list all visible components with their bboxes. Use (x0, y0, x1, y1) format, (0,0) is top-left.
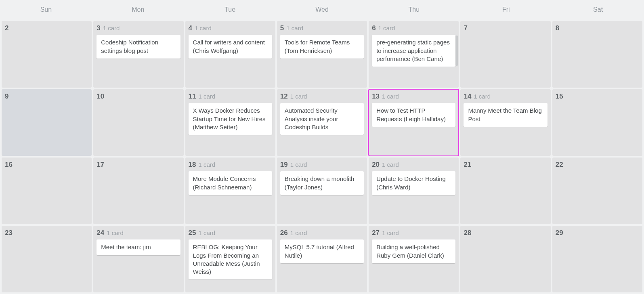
calendar-card[interactable]: pre-generating static pages to increase … (372, 35, 455, 67)
card-wrap: pre-generating static pages to increase … (372, 35, 455, 67)
card-list: Automated Security Analysis inside your … (280, 103, 364, 135)
weekday-header-row: Sun Mon Tue Wed Thu Fri Sat (0, 0, 644, 19)
day-number: 3 (96, 24, 100, 32)
card-list: Manny Meet the Team Blog Post (464, 103, 547, 127)
day-header: 29 (556, 229, 639, 237)
weekday-fri: Fri (460, 6, 552, 13)
day-number: 2 (5, 24, 8, 32)
day-cell[interactable]: 22 (552, 158, 642, 224)
day-cell[interactable]: 121 cardAutomated Security Analysis insi… (277, 89, 367, 156)
card-count: 1 card (378, 25, 395, 32)
day-cell[interactable]: 21 (460, 158, 550, 224)
day-cell[interactable]: 61 cardpre-generating static pages to in… (369, 21, 459, 88)
card-count: 1 card (198, 229, 215, 237)
day-number: 26 (280, 229, 288, 237)
card-list: pre-generating static pages to increase … (372, 35, 455, 67)
day-cell[interactable]: 2 (2, 21, 92, 88)
day-header: 111 card (189, 92, 272, 101)
card-list: Building a well-polished Ruby Gem (Danie… (372, 239, 455, 263)
day-header: 15 (556, 92, 639, 101)
day-cell[interactable]: 181 cardMore Module Concerns (Richard Sc… (185, 158, 275, 224)
calendar-card[interactable]: Meet the team: jim (96, 239, 180, 255)
day-cell[interactable]: 9 (2, 89, 92, 156)
weekday-sun: Sun (0, 6, 92, 13)
card-wrap: More Module Concerns (Richard Schneeman) (189, 171, 272, 195)
day-cell[interactable]: 241 cardMeet the team: jim (93, 226, 183, 292)
card-wrap: Codeship Notification settings blog post (96, 35, 180, 59)
day-cell[interactable]: 8 (552, 21, 642, 88)
day-cell[interactable]: 17 (93, 158, 183, 224)
day-cell[interactable]: 51 cardTools for Remote Teams (Tom Henri… (277, 21, 367, 88)
day-cell[interactable]: 141 cardManny Meet the Team Blog Post (460, 89, 550, 156)
day-number: 16 (5, 161, 13, 169)
card-wrap: Building a well-polished Ruby Gem (Danie… (372, 239, 455, 263)
day-cell[interactable]: 29 (552, 226, 642, 292)
card-wrap: Tools for Remote Teams (Tom Henricksen) (280, 35, 364, 59)
day-cell[interactable]: 261 cardMySQL 5.7 tutorial (Alfred Nutil… (277, 226, 367, 292)
day-header: 16 (5, 161, 88, 169)
day-cell[interactable]: 131 cardHow to Test HTTP Requests (Leigh… (369, 89, 459, 156)
day-header: 271 card (372, 229, 455, 237)
day-number: 15 (556, 92, 563, 101)
calendar-card[interactable]: Manny Meet the Team Blog Post (464, 103, 547, 127)
day-cell[interactable]: 41 cardCall for writers and content (Chr… (185, 21, 275, 88)
day-cell[interactable]: 7 (460, 21, 550, 88)
calendar-card[interactable]: Codeship Notification settings blog post (96, 35, 180, 59)
day-number: 5 (280, 24, 284, 32)
day-header: 22 (556, 161, 639, 169)
card-list: Tools for Remote Teams (Tom Henricksen) (280, 35, 364, 59)
day-cell[interactable]: 201 cardUpdate to Docker Hosting (Chris … (369, 158, 459, 224)
card-list: Update to Docker Hosting (Chris Ward) (372, 171, 455, 195)
card-wrap: Call for writers and content (Chris Wolf… (189, 35, 272, 59)
calendar-card[interactable]: Update to Docker Hosting (Chris Ward) (372, 171, 455, 195)
calendar-card[interactable]: Breaking down a monolith (Taylor Jones) (280, 171, 364, 195)
day-number: 27 (372, 229, 380, 237)
calendar-card[interactable]: Building a well-polished Ruby Gem (Danie… (372, 239, 455, 263)
card-count: 1 card (382, 229, 399, 237)
day-header: 201 card (372, 161, 455, 169)
day-number: 25 (189, 229, 196, 237)
day-header: 141 card (464, 92, 547, 101)
card-wrap: How to Test HTTP Requests (Leigh Hallida… (372, 103, 455, 127)
day-cell[interactable]: 191 cardBreaking down a monolith (Taylor… (277, 158, 367, 224)
weekday-wed: Wed (276, 6, 368, 13)
calendar-card[interactable]: X Ways Docker Reduces Startup Time for N… (189, 103, 272, 135)
day-header: 181 card (189, 161, 272, 169)
day-number: 12 (280, 92, 288, 101)
calendar: Sun Mon Tue Wed Thu Fri Sat 231 cardCode… (0, 0, 644, 294)
day-header: 28 (464, 229, 547, 237)
day-cell[interactable]: 28 (460, 226, 550, 292)
card-count: 1 card (107, 229, 124, 237)
day-cell[interactable]: 251 cardREBLOG: Keeping Your Logs From B… (185, 226, 275, 292)
card-list: Meet the team: jim (96, 239, 180, 255)
day-cell[interactable]: 31 cardCodeship Notification settings bl… (93, 21, 183, 88)
card-list: How to Test HTTP Requests (Leigh Hallida… (372, 103, 455, 127)
card-list: Codeship Notification settings blog post (96, 35, 180, 59)
calendar-card[interactable]: Tools for Remote Teams (Tom Henricksen) (280, 35, 364, 59)
day-number: 13 (372, 92, 380, 101)
day-header: 51 card (280, 24, 364, 32)
day-cell[interactable]: 271 cardBuilding a well-polished Ruby Ge… (369, 226, 459, 292)
day-number: 28 (464, 229, 471, 237)
day-cell[interactable]: 111 cardX Ways Docker Reduces Startup Ti… (185, 89, 275, 156)
day-cell[interactable]: 23 (2, 226, 92, 292)
day-cell[interactable]: 16 (2, 158, 92, 224)
calendar-card[interactable]: REBLOG: Keeping Your Logs From Becoming … (189, 239, 272, 279)
calendar-card[interactable]: MySQL 5.7 tutorial (Alfred Nutile) (280, 239, 364, 263)
card-count: 1 card (382, 161, 399, 168)
day-header: 8 (556, 24, 639, 32)
day-cell[interactable]: 10 (93, 89, 183, 156)
day-number: 20 (372, 161, 380, 169)
calendar-card[interactable]: Call for writers and content (Chris Wolf… (189, 35, 272, 59)
day-cell[interactable]: 15 (552, 89, 642, 156)
calendar-card[interactable]: More Module Concerns (Richard Schneeman) (189, 171, 272, 195)
day-header: 2 (5, 24, 88, 32)
weekday-mon: Mon (92, 6, 184, 13)
day-number: 7 (464, 24, 467, 32)
card-wrap: MySQL 5.7 tutorial (Alfred Nutile) (280, 239, 364, 263)
calendar-card[interactable]: How to Test HTTP Requests (Leigh Hallida… (372, 103, 455, 127)
card-count: 1 card (290, 229, 307, 237)
calendar-card[interactable]: Automated Security Analysis inside your … (280, 103, 364, 135)
card-wrap: Meet the team: jim (96, 239, 180, 255)
card-count: 1 card (195, 25, 212, 32)
